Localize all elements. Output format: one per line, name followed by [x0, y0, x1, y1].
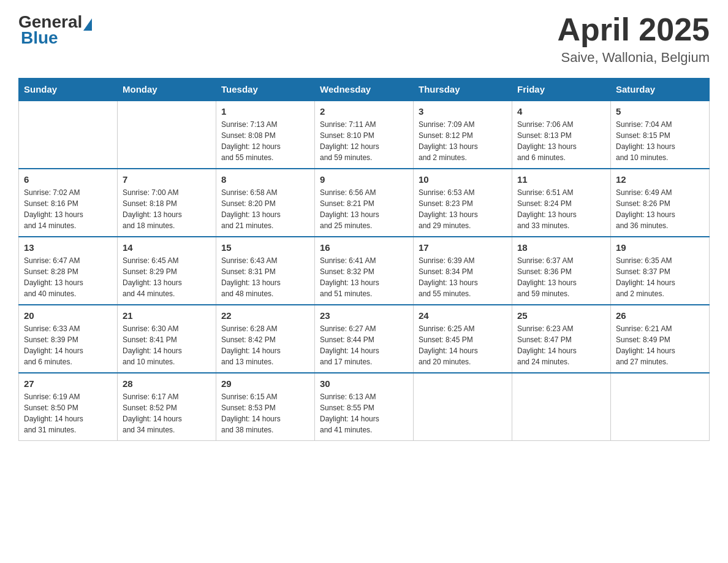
- day-info: Sunrise: 7:02 AM Sunset: 8:16 PM Dayligh…: [24, 187, 112, 231]
- day-info: Sunrise: 6:37 AM Sunset: 8:36 PM Dayligh…: [517, 255, 605, 299]
- day-info: Sunrise: 6:21 AM Sunset: 8:49 PM Dayligh…: [616, 323, 704, 367]
- day-info: Sunrise: 6:47 AM Sunset: 8:28 PM Dayligh…: [24, 255, 112, 299]
- calendar-cell: 15Sunrise: 6:43 AM Sunset: 8:31 PM Dayli…: [216, 237, 315, 305]
- calendar-cell: 12Sunrise: 6:49 AM Sunset: 8:26 PM Dayli…: [611, 169, 710, 237]
- day-info: Sunrise: 6:35 AM Sunset: 8:37 PM Dayligh…: [616, 255, 704, 299]
- day-info: Sunrise: 6:56 AM Sunset: 8:21 PM Dayligh…: [320, 187, 408, 231]
- logo-triangle-icon: [83, 18, 92, 31]
- day-number: 17: [419, 242, 507, 253]
- calendar-cell: 11Sunrise: 6:51 AM Sunset: 8:24 PM Dayli…: [512, 169, 611, 237]
- day-number: 22: [221, 310, 309, 321]
- day-info: Sunrise: 6:41 AM Sunset: 8:32 PM Dayligh…: [320, 255, 408, 299]
- day-number: 30: [320, 378, 408, 389]
- day-number: 12: [616, 174, 704, 185]
- day-info: Sunrise: 6:15 AM Sunset: 8:53 PM Dayligh…: [221, 391, 309, 435]
- calendar-week-row: 27Sunrise: 6:19 AM Sunset: 8:50 PM Dayli…: [19, 373, 710, 441]
- day-info: Sunrise: 6:17 AM Sunset: 8:52 PM Dayligh…: [123, 391, 211, 435]
- day-number: 4: [517, 106, 605, 117]
- calendar-body: 1Sunrise: 7:13 AM Sunset: 8:08 PM Daylig…: [19, 101, 710, 441]
- calendar-cell: 14Sunrise: 6:45 AM Sunset: 8:29 PM Dayli…: [118, 237, 216, 305]
- calendar-cell: 6Sunrise: 7:02 AM Sunset: 8:16 PM Daylig…: [19, 169, 118, 237]
- day-info: Sunrise: 6:19 AM Sunset: 8:50 PM Dayligh…: [24, 391, 112, 435]
- calendar-cell: 5Sunrise: 7:04 AM Sunset: 8:15 PM Daylig…: [611, 101, 710, 169]
- day-info: Sunrise: 7:09 AM Sunset: 8:12 PM Dayligh…: [419, 119, 507, 163]
- page-header: General Blue April 2025 Saive, Wallonia,…: [18, 12, 710, 66]
- calendar-cell: 3Sunrise: 7:09 AM Sunset: 8:12 PM Daylig…: [414, 101, 512, 169]
- day-info: Sunrise: 6:27 AM Sunset: 8:44 PM Dayligh…: [320, 323, 408, 367]
- calendar-cell: 16Sunrise: 6:41 AM Sunset: 8:32 PM Dayli…: [315, 237, 414, 305]
- calendar-cell: [414, 373, 512, 441]
- day-number: 15: [221, 242, 309, 253]
- day-number: 24: [419, 310, 507, 321]
- calendar-cell: 7Sunrise: 7:00 AM Sunset: 8:18 PM Daylig…: [118, 169, 216, 237]
- calendar-week-row: 20Sunrise: 6:33 AM Sunset: 8:39 PM Dayli…: [19, 305, 710, 373]
- day-info: Sunrise: 6:39 AM Sunset: 8:34 PM Dayligh…: [419, 255, 507, 299]
- day-number: 28: [123, 378, 211, 389]
- calendar-cell: 29Sunrise: 6:15 AM Sunset: 8:53 PM Dayli…: [216, 373, 315, 441]
- calendar-cell: 25Sunrise: 6:23 AM Sunset: 8:47 PM Dayli…: [512, 305, 611, 373]
- weekday-header-friday: Friday: [512, 78, 611, 101]
- day-info: Sunrise: 6:49 AM Sunset: 8:26 PM Dayligh…: [616, 187, 704, 231]
- day-number: 21: [123, 310, 211, 321]
- day-number: 14: [123, 242, 211, 253]
- calendar-cell: 24Sunrise: 6:25 AM Sunset: 8:45 PM Dayli…: [414, 305, 512, 373]
- day-info: Sunrise: 6:25 AM Sunset: 8:45 PM Dayligh…: [419, 323, 507, 367]
- day-info: Sunrise: 6:13 AM Sunset: 8:55 PM Dayligh…: [320, 391, 408, 435]
- day-info: Sunrise: 6:28 AM Sunset: 8:42 PM Dayligh…: [221, 323, 309, 367]
- calendar-cell: 18Sunrise: 6:37 AM Sunset: 8:36 PM Dayli…: [512, 237, 611, 305]
- day-info: Sunrise: 7:00 AM Sunset: 8:18 PM Dayligh…: [123, 187, 211, 231]
- calendar-cell: 10Sunrise: 6:53 AM Sunset: 8:23 PM Dayli…: [414, 169, 512, 237]
- calendar-week-row: 13Sunrise: 6:47 AM Sunset: 8:28 PM Dayli…: [19, 237, 710, 305]
- day-number: 5: [616, 106, 704, 117]
- calendar-cell: [118, 101, 216, 169]
- day-info: Sunrise: 6:23 AM Sunset: 8:47 PM Dayligh…: [517, 323, 605, 367]
- day-info: Sunrise: 7:06 AM Sunset: 8:13 PM Dayligh…: [517, 119, 605, 163]
- calendar-cell: [19, 101, 118, 169]
- weekday-header-wednesday: Wednesday: [315, 78, 414, 101]
- day-number: 10: [419, 174, 507, 185]
- day-info: Sunrise: 6:30 AM Sunset: 8:41 PM Dayligh…: [123, 323, 211, 367]
- calendar-week-row: 1Sunrise: 7:13 AM Sunset: 8:08 PM Daylig…: [19, 101, 710, 169]
- day-number: 7: [123, 174, 211, 185]
- day-info: Sunrise: 6:45 AM Sunset: 8:29 PM Dayligh…: [123, 255, 211, 299]
- calendar-cell: 27Sunrise: 6:19 AM Sunset: 8:50 PM Dayli…: [19, 373, 118, 441]
- calendar-cell: 17Sunrise: 6:39 AM Sunset: 8:34 PM Dayli…: [414, 237, 512, 305]
- calendar-cell: 1Sunrise: 7:13 AM Sunset: 8:08 PM Daylig…: [216, 101, 315, 169]
- day-info: Sunrise: 6:51 AM Sunset: 8:24 PM Dayligh…: [517, 187, 605, 231]
- calendar-cell: 26Sunrise: 6:21 AM Sunset: 8:49 PM Dayli…: [611, 305, 710, 373]
- weekday-header-sunday: Sunday: [19, 78, 118, 101]
- day-number: 11: [517, 174, 605, 185]
- calendar-table: SundayMondayTuesdayWednesdayThursdayFrid…: [18, 78, 710, 441]
- day-number: 23: [320, 310, 408, 321]
- calendar-cell: 30Sunrise: 6:13 AM Sunset: 8:55 PM Dayli…: [315, 373, 414, 441]
- calendar-cell: 2Sunrise: 7:11 AM Sunset: 8:10 PM Daylig…: [315, 101, 414, 169]
- calendar-cell: [611, 373, 710, 441]
- day-number: 18: [517, 242, 605, 253]
- day-number: 6: [24, 174, 112, 185]
- weekday-header-tuesday: Tuesday: [216, 78, 315, 101]
- calendar-cell: 28Sunrise: 6:17 AM Sunset: 8:52 PM Dayli…: [118, 373, 216, 441]
- calendar-cell: 9Sunrise: 6:56 AM Sunset: 8:21 PM Daylig…: [315, 169, 414, 237]
- logo: General Blue: [18, 12, 93, 48]
- day-number: 29: [221, 378, 309, 389]
- day-number: 1: [221, 106, 309, 117]
- day-info: Sunrise: 6:53 AM Sunset: 8:23 PM Dayligh…: [419, 187, 507, 231]
- day-number: 20: [24, 310, 112, 321]
- day-number: 19: [616, 242, 704, 253]
- day-info: Sunrise: 6:58 AM Sunset: 8:20 PM Dayligh…: [221, 187, 309, 231]
- day-number: 3: [419, 106, 507, 117]
- month-year-title: April 2025: [557, 12, 710, 47]
- calendar-week-row: 6Sunrise: 7:02 AM Sunset: 8:16 PM Daylig…: [19, 169, 710, 237]
- calendar-cell: 19Sunrise: 6:35 AM Sunset: 8:37 PM Dayli…: [611, 237, 710, 305]
- calendar-cell: [512, 373, 611, 441]
- weekday-header-thursday: Thursday: [414, 78, 512, 101]
- calendar-cell: 21Sunrise: 6:30 AM Sunset: 8:41 PM Dayli…: [118, 305, 216, 373]
- calendar-cell: 20Sunrise: 6:33 AM Sunset: 8:39 PM Dayli…: [19, 305, 118, 373]
- calendar-cell: 23Sunrise: 6:27 AM Sunset: 8:44 PM Dayli…: [315, 305, 414, 373]
- calendar-header: SundayMondayTuesdayWednesdayThursdayFrid…: [19, 78, 710, 101]
- day-number: 8: [221, 174, 309, 185]
- day-number: 25: [517, 310, 605, 321]
- day-info: Sunrise: 7:13 AM Sunset: 8:08 PM Dayligh…: [221, 119, 309, 163]
- calendar-cell: 13Sunrise: 6:47 AM Sunset: 8:28 PM Dayli…: [19, 237, 118, 305]
- weekday-header-saturday: Saturday: [611, 78, 710, 101]
